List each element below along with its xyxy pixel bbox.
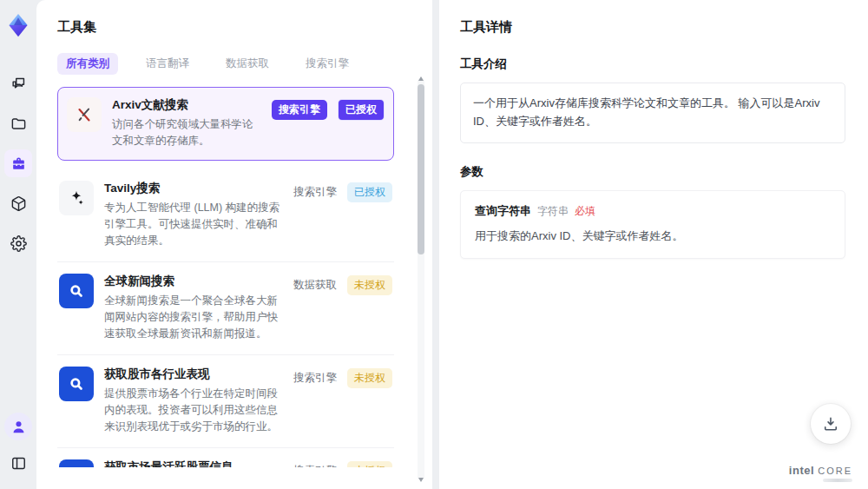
status-badge: 未授权: [347, 368, 392, 388]
tool-details-panel: 工具详情 工具介绍 一个用于从Arxiv存储库搜索科学论文和文章的工具。 输入可…: [439, 0, 868, 489]
status-badge: 已授权: [338, 99, 385, 121]
param-description: 用于搜索的Arxiv ID、关键字或作者姓名。: [475, 228, 831, 245]
chat-icon[interactable]: [4, 69, 32, 97]
download-icon: [825, 418, 837, 429]
tab-category-1[interactable]: 语言翻译: [137, 53, 198, 75]
cube-icon[interactable]: [4, 189, 32, 217]
blue-search-tool-icon: [59, 274, 94, 308]
category-label: 搜索引擎: [293, 464, 337, 467]
category-label: 搜索引擎: [293, 371, 337, 386]
params-list: 查询字符串字符串必填用于搜索的Arxiv ID、关键字或作者姓名。: [460, 190, 845, 260]
param-name: 查询字符串: [475, 203, 531, 219]
folder-icon[interactable]: [4, 109, 32, 137]
tab-category-3[interactable]: 搜索引擎: [297, 53, 358, 75]
scroll-up-arrow-icon[interactable]: [418, 76, 424, 81]
tool-name: 全球新闻搜索: [104, 274, 285, 290]
sidebar-toggle-icon[interactable]: [4, 449, 32, 477]
tool-name: 获取市场最活跃股票信息: [104, 459, 285, 467]
tool-description: 全球新闻搜索是一个聚合全球各大新闻网站内容的搜索引擎，帮助用户快速获取全球最新资…: [104, 293, 285, 343]
intel-brand-text: intel: [789, 464, 814, 477]
toolset-panel: 工具集 所有类别语言翻译数据获取搜索引擎 Arxiv文献搜索访问各个研究领域大量…: [36, 0, 432, 489]
page-title: 工具集: [57, 19, 410, 36]
params-heading: 参数: [460, 164, 845, 180]
tab-category-2[interactable]: 数据获取: [217, 53, 278, 75]
list-scrollbar[interactable]: [418, 78, 424, 480]
status-badge: 未授权: [347, 461, 392, 467]
tool-row[interactable]: Arxiv文献搜索访问各个研究领域大量科学论文和文章的存储库。搜索引擎已授权: [57, 87, 394, 161]
tool-row[interactable]: 全球新闻搜索全球新闻搜索是一个聚合全球各大新闻网站内容的搜索引擎，帮助用户快速获…: [57, 262, 394, 355]
tool-description: 专为人工智能代理 (LLM) 构建的搜索引擎工具。可快速提供实时、准确和真实的结…: [104, 200, 285, 250]
param-type: 字符串: [537, 204, 569, 219]
tool-row[interactable]: 获取市场最活跃股票信息提供当天交易量最高的股票列表。投资者可以利用这些信息来识别…: [57, 448, 394, 467]
status-badge: 未授权: [347, 275, 392, 295]
user-profile-icon[interactable]: [4, 413, 32, 440]
intro-heading: 工具介绍: [460, 56, 845, 72]
param-card: 查询字符串字符串必填用于搜索的Arxiv ID、关键字或作者姓名。: [460, 190, 845, 260]
category-badge: 搜索引擎: [272, 100, 327, 120]
toolbox-icon[interactable]: [4, 149, 32, 177]
download-button[interactable]: [811, 404, 851, 444]
tool-list: Arxiv文献搜索访问各个研究领域大量科学论文和文章的存储库。搜索引擎已授权Ta…: [57, 87, 410, 467]
param-required-label: 必填: [575, 204, 595, 219]
tool-name: Tavily搜索: [104, 181, 285, 197]
tool-description: 访问各个研究领域大量科学论文和文章的存储库。: [112, 116, 263, 150]
tool-row[interactable]: Tavily搜索专为人工智能代理 (LLM) 构建的搜索引擎工具。可快速提供实时…: [57, 169, 394, 262]
tool-description: 提供股票市场各个行业在特定时间段内的表现。投资者可以利用这些信息来识别表现优于或…: [104, 386, 285, 436]
details-title: 工具详情: [460, 19, 845, 36]
arxiv-tool-icon: [67, 97, 102, 132]
settings-gear-icon[interactable]: [4, 229, 32, 257]
tool-row[interactable]: 获取股市各行业表现提供股票市场各个行业在特定时间段内的表现。投资者可以利用这些信…: [57, 355, 394, 448]
app-logo-icon[interactable]: [3, 10, 33, 40]
tool-name: Arxiv文献搜索: [112, 97, 263, 114]
core-brand-text: CORE: [818, 466, 852, 476]
intel-logo-shine: [823, 479, 852, 482]
blue-search-tool-icon: [59, 459, 94, 467]
category-tabs: 所有类别语言翻译数据获取搜索引擎: [57, 53, 410, 75]
category-label: 搜索引擎: [293, 185, 337, 200]
category-label: 数据获取: [293, 278, 337, 293]
tab-all-categories[interactable]: 所有类别: [57, 53, 118, 75]
tool-name: 获取股市各行业表现: [104, 367, 285, 383]
tool-intro-text: 一个用于从Arxiv存储库搜索科学论文和文章的工具。 输入可以是Arxiv ID…: [460, 83, 845, 143]
intel-core-logo: intel CORE: [789, 465, 852, 482]
blue-search-tool-icon: [59, 367, 94, 401]
scrollbar-thumb[interactable]: [418, 84, 424, 254]
sidebar: [0, 0, 36, 489]
status-badge: 已授权: [347, 182, 392, 202]
scroll-down-arrow-icon[interactable]: [418, 478, 424, 482]
sparkle-tool-icon: [59, 181, 94, 215]
